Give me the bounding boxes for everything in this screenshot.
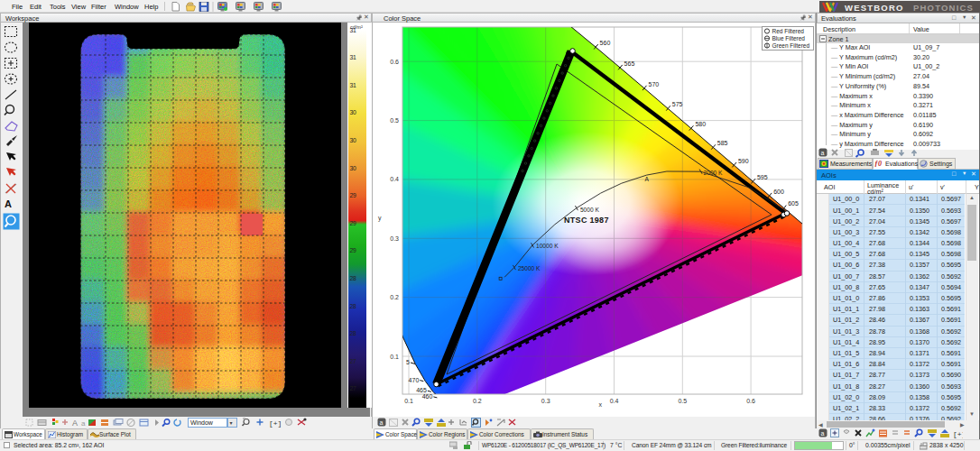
svg-text:a: a <box>81 419 86 428</box>
svg-text:570: 570 <box>649 81 660 87</box>
svg-text:Blue Filtered: Blue Filtered <box>772 35 806 41</box>
svg-text:0.1: 0.1 <box>390 354 399 360</box>
svg-text:600: 600 <box>773 189 784 195</box>
svg-text:A: A <box>5 198 12 209</box>
svg-text:25000 K: 25000 K <box>518 265 541 272</box>
svg-text:590: 590 <box>738 158 749 164</box>
svg-text:0.5: 0.5 <box>390 117 399 124</box>
svg-text:0.6: 0.6 <box>746 398 755 404</box>
svg-text:595: 595 <box>757 174 768 180</box>
svg-text:Red Filtered: Red Filtered <box>772 28 805 34</box>
svg-text:470: 470 <box>409 377 420 383</box>
svg-text:605: 605 <box>788 200 799 207</box>
svg-text:[+]: [+] <box>953 430 963 438</box>
svg-text:585: 585 <box>717 140 728 146</box>
svg-text:A: A <box>645 176 650 182</box>
svg-text:5: 5 <box>406 359 410 365</box>
svg-text:560: 560 <box>600 40 611 46</box>
svg-text:NTSC 1987: NTSC 1987 <box>564 216 609 225</box>
svg-text:x: x <box>599 401 603 408</box>
svg-text:10000 K: 10000 K <box>536 243 559 249</box>
svg-text:a: a <box>821 150 825 156</box>
svg-text:a: a <box>821 430 825 437</box>
svg-text:0.5: 0.5 <box>678 398 687 404</box>
svg-text:2000 K: 2000 K <box>704 170 724 176</box>
svg-text:580: 580 <box>695 121 706 127</box>
svg-text:0.3: 0.3 <box>390 235 399 242</box>
svg-text:575: 575 <box>672 101 683 107</box>
svg-text:0.2: 0.2 <box>390 294 399 300</box>
svg-text:[+]: [+] <box>269 419 282 428</box>
svg-text:0.2: 0.2 <box>473 398 482 404</box>
svg-text:0.3: 0.3 <box>541 398 550 404</box>
svg-text:a: a <box>380 419 384 426</box>
svg-text:Green Filtered: Green Filtered <box>772 42 810 49</box>
svg-text:0.1: 0.1 <box>404 398 413 404</box>
svg-text:5000 K: 5000 K <box>580 207 600 213</box>
svg-text:y: y <box>378 215 382 222</box>
svg-text:A: A <box>72 419 78 428</box>
svg-text:0.4: 0.4 <box>390 176 399 182</box>
svg-text:565: 565 <box>624 60 635 67</box>
svg-text:460: 460 <box>422 393 433 400</box>
svg-text:0.4: 0.4 <box>610 398 619 404</box>
svg-text:0.6: 0.6 <box>390 59 399 65</box>
